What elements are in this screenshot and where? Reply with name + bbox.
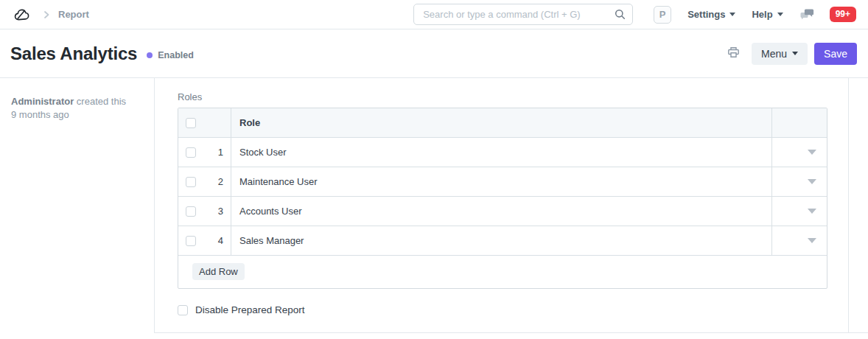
menu-button-label: Menu [761, 48, 787, 60]
row-number: 4 [218, 235, 223, 246]
roles-grid: Role 1 Stock User [178, 108, 827, 289]
right-gutter [849, 78, 868, 332]
role-cell[interactable]: Maintenance User [231, 167, 772, 196]
created-by-user[interactable]: Administrator [11, 96, 74, 107]
created-ago-text: 9 months ago [11, 108, 141, 122]
role-cell[interactable]: Stock User [231, 138, 772, 167]
add-row-button[interactable]: Add Row [192, 263, 245, 280]
disable-prepared-report-field: Disable Prepared Report [178, 304, 827, 315]
row-action-cell [772, 197, 827, 226]
form-main: Roles Role 1 Stock User [155, 78, 849, 332]
grid-header-select-cell [178, 108, 231, 137]
form-body: Administrator created this 9 months ago … [0, 78, 868, 333]
status-dot-icon [147, 52, 153, 58]
row-select-cell: 4 [178, 226, 231, 255]
disable-prepared-report-label: Disable Prepared Report [195, 304, 305, 315]
avatar-letter: P [659, 9, 666, 20]
search-input[interactable] [413, 4, 633, 25]
search-icon [615, 9, 626, 23]
print-button[interactable] [726, 45, 741, 62]
navbar: Report P Settings Help 99+ [0, 0, 868, 29]
navbar-right-cluster: P Settings Help 99+ [654, 6, 856, 24]
grid-header-row: Role [178, 108, 827, 138]
status-label: Enabled [158, 50, 194, 60]
role-cell[interactable]: Accounts User [231, 197, 772, 226]
created-by-text: Administrator created this [11, 95, 141, 108]
select-all-checkbox[interactable] [186, 118, 196, 128]
settings-label: Settings [687, 9, 725, 20]
breadcrumb[interactable]: Report [58, 9, 89, 20]
status-badge: Enabled [147, 50, 194, 60]
row-checkbox[interactable] [186, 147, 196, 158]
row-select-cell: 1 [178, 138, 231, 167]
avatar[interactable]: P [654, 6, 671, 24]
role-cell[interactable]: Sales Manager [231, 226, 772, 255]
notification-count-badge[interactable]: 99+ [830, 7, 856, 22]
chevron-down-icon [729, 13, 735, 16]
grid-footer: Add Row [178, 256, 827, 288]
save-button[interactable]: Save [814, 43, 857, 65]
form-main-wrap: Roles Role 1 Stock User [155, 78, 868, 333]
roles-field-label: Roles [178, 91, 827, 102]
printer-icon [727, 46, 740, 60]
chat-bubbles-icon[interactable] [799, 8, 815, 21]
table-row: 2 Maintenance User [178, 167, 827, 197]
page-actions: Menu Save [726, 43, 857, 65]
table-row: 4 Sales Manager [178, 226, 827, 256]
settings-dropdown[interactable]: Settings [687, 9, 735, 20]
row-action-cell [772, 226, 827, 255]
row-expand-caret-icon[interactable] [808, 209, 816, 214]
row-expand-caret-icon[interactable] [808, 179, 816, 184]
row-number: 2 [218, 176, 223, 187]
row-checkbox[interactable] [186, 206, 196, 217]
row-expand-caret-icon[interactable] [808, 238, 816, 243]
row-action-cell [772, 167, 827, 196]
menu-button[interactable]: Menu [752, 43, 808, 65]
global-search [413, 4, 633, 25]
row-expand-caret-icon[interactable] [808, 150, 816, 155]
grid-header-action-cell [772, 108, 827, 137]
disable-prepared-report-checkbox[interactable] [178, 305, 188, 315]
row-number: 1 [218, 147, 223, 158]
row-select-cell: 2 [178, 167, 231, 196]
chevron-down-icon [792, 52, 798, 55]
help-label: Help [752, 9, 772, 20]
form-sidebar: Administrator created this 9 months ago [0, 78, 155, 333]
grid-column-header-role: Role [231, 108, 772, 137]
page-title: Sales Analytics [10, 43, 137, 64]
breadcrumb-chevron-icon [42, 10, 51, 19]
table-row: 3 Accounts User [178, 197, 827, 226]
row-checkbox[interactable] [186, 236, 196, 246]
row-action-cell [772, 138, 827, 167]
row-checkbox[interactable] [186, 177, 196, 187]
help-dropdown[interactable]: Help [752, 9, 783, 20]
row-number: 3 [218, 206, 223, 217]
table-row: 1 Stock User [178, 138, 827, 167]
app-logo-cloud-icon[interactable] [13, 7, 32, 23]
row-select-cell: 3 [178, 197, 231, 226]
chevron-down-icon [777, 13, 783, 16]
page-header: Sales Analytics Enabled Menu Save [0, 29, 868, 78]
